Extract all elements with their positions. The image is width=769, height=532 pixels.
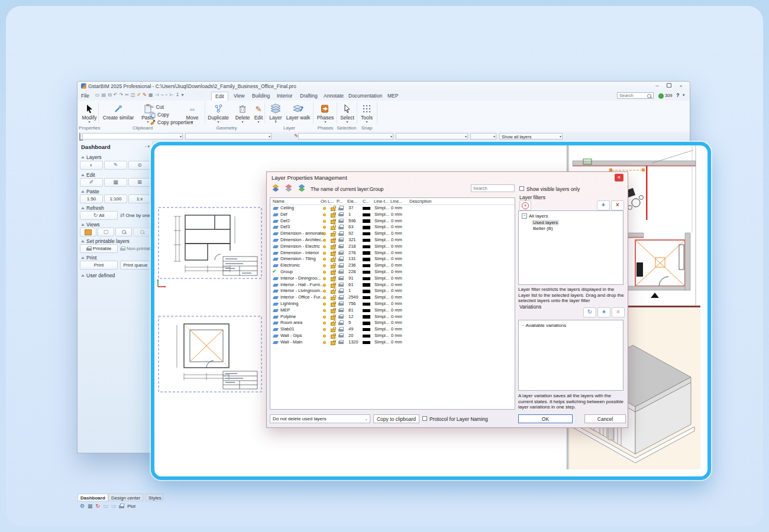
- layer-print-icon[interactable]: [338, 213, 344, 216]
- layer-lock-icon[interactable]: [331, 271, 335, 275]
- layer-lock-icon[interactable]: [331, 207, 335, 212]
- layer-print-icon[interactable]: [338, 239, 344, 242]
- layer-print-icon[interactable]: [338, 233, 344, 236]
- layer-color-swatch[interactable]: [363, 219, 370, 223]
- drawing-canvas[interactable]: View 2 [Image] Layer Properties Manageme…: [154, 145, 700, 469]
- layer-print-icon[interactable]: [338, 316, 344, 319]
- color-combo[interactable]: ▾: [298, 133, 393, 140]
- layer-row[interactable]: Interior - Livingroom...1Simpl...0 mm: [270, 288, 515, 294]
- layer-print-icon[interactable]: [338, 297, 344, 300]
- filter-invert-button[interactable]: ×: [519, 200, 531, 210]
- column-header[interactable]: On: [321, 199, 327, 204]
- column-header[interactable]: P...: [337, 199, 343, 204]
- layer-print-icon[interactable]: [338, 303, 344, 306]
- column-header[interactable]: L...: [328, 199, 334, 204]
- tab-drafting[interactable]: Drafting: [296, 92, 321, 100]
- layer-lock-icon[interactable]: [331, 258, 335, 262]
- layer-row[interactable]: Dimension - Architec...321Simpl...0 mm: [270, 237, 515, 244]
- layer-walk-button[interactable]: Layer walk: [285, 102, 312, 121]
- chevron-down-icon[interactable]: ▾: [683, 93, 685, 98]
- sheet-icon[interactable]: ▭: [103, 503, 108, 509]
- layer-row[interactable]: Dimension - Electric218Simpl...0 mm: [270, 244, 515, 250]
- print-queue-button[interactable]: Print queue: [120, 261, 151, 270]
- layer-lock-icon[interactable]: [331, 303, 335, 307]
- layer-color-swatch[interactable]: [363, 226, 370, 229]
- layer-on-bulb-icon[interactable]: [323, 232, 326, 235]
- sheet-thumbnail-2[interactable]: [158, 316, 262, 392]
- layer-lock-icon[interactable]: [331, 335, 335, 339]
- delete-policy-combo[interactable]: Do not delete used layers⌄: [270, 414, 370, 423]
- layer-row[interactable]: Def1Simpl...0 mm: [270, 212, 515, 218]
- layer-button[interactable]: Layer▼: [267, 102, 285, 124]
- layer-color-swatch[interactable]: [363, 258, 370, 261]
- layer-row[interactable]: Def2596Simpl...0 mm: [270, 218, 515, 225]
- style-combo[interactable]: ▾: [82, 133, 183, 140]
- column-header[interactable]: Line...: [390, 199, 402, 204]
- layer-on-bulb-icon[interactable]: [323, 341, 326, 344]
- column-header[interactable]: Name: [273, 199, 285, 204]
- filter-belter[interactable]: Beltér (B): [532, 226, 554, 231]
- scale-1-100-button[interactable]: 1:100: [104, 194, 127, 203]
- section-paste[interactable]: Paste: [81, 189, 99, 194]
- copy-to-clipboard-button[interactable]: Copy to clipboard: [373, 414, 419, 423]
- quick-icon[interactable]: ¬: [160, 92, 165, 98]
- gear-icon[interactable]: ⚙: [80, 503, 85, 509]
- ok-button[interactable]: OK: [518, 414, 573, 423]
- layer-filter-tree[interactable]: −All layers Used layers Beltér (B): [518, 210, 623, 285]
- layer-on-bulb-icon[interactable]: [323, 258, 326, 261]
- lineweight-combo[interactable]: ▾: [470, 133, 496, 140]
- layer-color-swatch[interactable]: [363, 245, 370, 249]
- quick-icon[interactable]: ▭: [95, 92, 102, 98]
- layer-lock-icon[interactable]: [331, 213, 335, 218]
- layer-lock-icon[interactable]: [331, 252, 335, 256]
- quick-icon[interactable]: ◫: [131, 92, 137, 98]
- quick-access-toolbar[interactable]: ▭▤⊟↶↷✂◫✐✎▦⊣¬−⊢↧▾: [95, 92, 185, 98]
- tab-interior[interactable]: Interior: [273, 92, 296, 100]
- layer-print-icon[interactable]: [338, 258, 344, 261]
- sheet-icon[interactable]: ▭: [111, 503, 117, 509]
- layer-on-bulb-icon[interactable]: [323, 284, 326, 287]
- layer-row[interactable]: Electronic236Simpl...0 mm: [270, 262, 515, 269]
- views-zoom-button[interactable]: [115, 228, 132, 236]
- quick-icon[interactable]: ↶: [114, 92, 119, 98]
- printable-button[interactable]: Printable: [80, 244, 118, 253]
- layer-color-swatch[interactable]: [363, 303, 370, 306]
- layer-row[interactable]: Lightning756Simpl...0 mm: [270, 301, 515, 307]
- layer-row[interactable]: ✔Group228Simpl...0 mm: [270, 269, 515, 275]
- layers-button-2[interactable]: ✎: [104, 161, 127, 170]
- modify-button[interactable]: Modify▼: [80, 102, 99, 124]
- layer-print-icon[interactable]: [338, 277, 344, 280]
- refresh-variation-button[interactable]: ↻: [583, 307, 596, 317]
- section-layers[interactable]: Layers: [81, 154, 102, 160]
- duplicate-button[interactable]: Duplicate▼: [205, 102, 231, 124]
- tab-view[interactable]: View: [230, 92, 248, 100]
- layer-on-bulb-icon[interactable]: [323, 271, 326, 274]
- layer-combo[interactable]: ▾: [185, 133, 272, 140]
- layer-print-icon[interactable]: [338, 252, 344, 255]
- tab-design-center[interactable]: Design center: [108, 494, 143, 501]
- layer-on-bulb-icon[interactable]: [323, 207, 326, 210]
- layer-print-icon[interactable]: [338, 335, 344, 338]
- layer-print-icon[interactable]: [338, 265, 344, 268]
- layer-lock-icon[interactable]: [331, 329, 335, 333]
- delete-button[interactable]: Delete▼: [232, 102, 253, 124]
- layer-on-bulb-icon[interactable]: [323, 213, 326, 216]
- quick-icon[interactable]: ↷: [119, 92, 125, 98]
- section-user-defined[interactable]: User defined: [81, 273, 115, 278]
- layer-color-swatch[interactable]: [363, 290, 370, 293]
- select-button[interactable]: Select▼: [338, 102, 357, 124]
- column-header[interactable]: Ele...: [347, 199, 357, 204]
- layer-print-icon[interactable]: [338, 341, 344, 344]
- layer-color-swatch[interactable]: [363, 277, 370, 281]
- quick-icon[interactable]: ▾: [181, 92, 185, 98]
- layer-lock-icon[interactable]: [331, 309, 335, 313]
- tab-mep[interactable]: MEP: [384, 92, 402, 100]
- menu-file[interactable]: File: [81, 93, 89, 99]
- layer-row[interactable]: Room area5Simpl...0 mm: [270, 320, 515, 326]
- quick-icon[interactable]: ✎: [143, 92, 148, 98]
- layer-on-bulb-icon[interactable]: [323, 328, 326, 331]
- grid-icon[interactable]: ▦: [88, 503, 93, 509]
- layer-lock-icon[interactable]: [331, 316, 335, 320]
- layer-color-swatch[interactable]: [363, 322, 370, 325]
- section-edit[interactable]: Edit: [81, 172, 95, 178]
